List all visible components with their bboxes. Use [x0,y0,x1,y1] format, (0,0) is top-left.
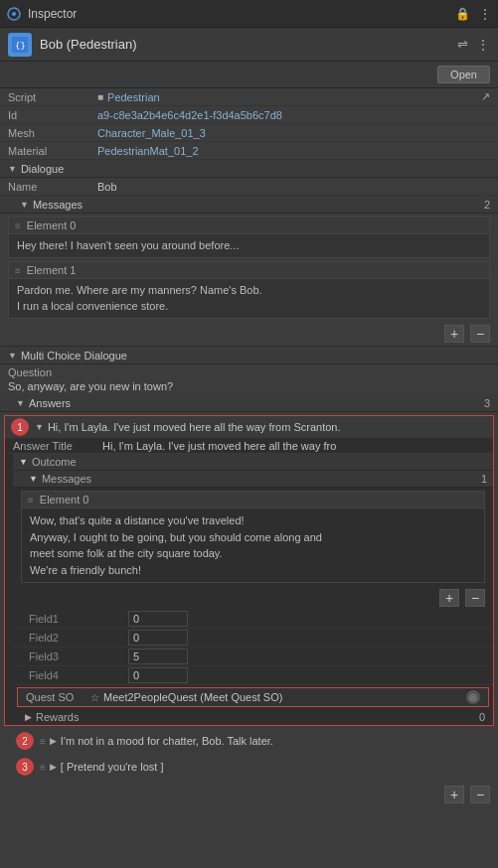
quest-star-icon: ☆ [90,692,99,703]
answer-1-num: 1 [11,418,29,436]
element-1-text: Pardon me. Where are my manners? Name's … [9,279,489,318]
material-row: Material PedestrianMat_01_2 [0,142,498,160]
answers-count: 3 [484,397,490,409]
outcome-element-0-text: Wow, that's quite a distance you've trav… [22,508,484,582]
outcome-field-1-input[interactable] [128,611,188,627]
dialogue-label: Dialogue [21,163,64,175]
answer-1-preview: Hi, I'm Layla. I've just moved here all … [48,421,487,433]
adjust-icon[interactable]: ⇌ [457,37,468,53]
add-answer-button[interactable]: + [444,786,464,803]
outcome-field-4-label: Field4 [29,669,128,681]
outcome-field-1-row: Field1 [13,610,493,629]
mesh-label: Mesh [8,127,97,139]
remove-outcome-message-button[interactable]: − [465,589,485,607]
lock-icon[interactable]: 🔒 [455,7,470,21]
rewards-count: 0 [479,711,485,723]
answer-3-triangle: ▶ [50,762,57,772]
element-1-label: Element 1 [27,264,77,276]
add-message-button[interactable]: + [444,325,464,343]
answer-3-num: 3 [16,758,34,776]
script-value: Pedestrian [107,91,481,103]
dialogue-name-value: Bob [97,181,490,193]
rewards-triangle: ▶ [25,712,32,722]
outcome-element-0: ≡ Element 0 Wow, that's quite a distance… [21,491,485,583]
quest-circle-icon[interactable]: ◎ [466,690,480,704]
outcome-field-4-input[interactable] [128,667,188,683]
quest-so-label: Quest SO [26,691,90,703]
id-label: Id [8,109,97,121]
message-element-0-header: ≡ Element 0 [9,217,489,234]
dialogue-name-row: Name Bob [0,178,498,196]
answer-3-lines-icon: ≡ [40,762,46,773]
question-text: So, anyway, are you new in town? [8,380,490,392]
svg-point-1 [12,12,16,16]
outcome-field-2-row: Field2 [13,629,493,648]
mesh-value: Character_Male_01_3 [97,127,490,139]
outcome-header[interactable]: ▼ Outcome [13,454,493,471]
answer-1-title-label: Answer Title [13,440,102,452]
remove-message-button[interactable]: − [470,325,490,343]
answers-array-controls: + − [0,783,498,806]
dialogue-section-header[interactable]: ▼ Dialogue [0,160,498,178]
outcome-field-3-row: Field3 [13,648,493,666]
answer-3-text: [ Pretend you're lost ] [61,761,164,773]
title-bar: Inspector 🔒 ⋮ [0,0,498,28]
outcome-lines-icon: ≡ [28,495,34,506]
dialogue-name-label: Name [8,181,97,193]
outcome-field-1-label: Field1 [29,613,128,625]
id-row: Id a9-c8e3a2b4e6c4d2e1-f3d4a5b6c7d8 [0,106,498,124]
multi-choice-triangle: ▼ [8,351,17,361]
answer-1-triangle: ▼ [35,422,44,432]
script-row: Script ■ Pedestrian ↗ [0,88,498,106]
id-value: a9-c8e3a2b4e6c4d2e1-f3d4a5b6c7d8 [97,109,490,121]
outcome-section: ▼ Outcome ▼ Messages 1 ≡ Element 0 Wow, … [13,454,493,725]
messages-triangle: ▼ [20,200,29,210]
answer-1-header[interactable]: 1 ▼ Hi, I'm Layla. I've just moved here … [5,416,493,438]
element-0-label: Element 0 [27,219,77,231]
outcome-field-2-input[interactable] [128,630,188,646]
object-header: {} Bob (Pedestrian) ⇌ ⋮ [0,28,498,62]
more-icon[interactable]: ⋮ [476,37,490,53]
open-button[interactable]: Open [437,66,490,83]
remove-answer-button[interactable]: − [470,786,490,803]
dialogue-triangle: ▼ [8,164,17,174]
outcome-label: Outcome [32,456,77,468]
lines-icon-1: ≡ [15,265,21,276]
outcome-element-0-header: ≡ Element 0 [22,492,484,508]
rewards-label: Rewards [36,711,479,723]
messages-count: 2 [484,199,490,211]
multi-choice-section-header[interactable]: ▼ Multi Choice Dialogue [0,347,498,364]
message-element-1: ≡ Element 1 Pardon me. Where are my mann… [8,261,490,319]
lines-icon-0: ≡ [15,220,21,231]
question-label: Question [8,366,490,378]
messages-section-header[interactable]: ▼ Messages 2 [0,196,498,214]
answer-2-text: I'm not in a mood for chatter, Bob. Talk… [61,735,273,747]
header-actions: ⇌ ⋮ [457,37,490,53]
script-file-icon: ■ [97,91,103,102]
message-element-0: ≡ Element 0 Hey there! I haven't seen yo… [8,217,490,258]
quest-so-row: Quest SO ☆ Meet2PeopleQuest (Meet Quest … [17,687,489,707]
outcome-messages-header[interactable]: ▼ Messages 1 [13,471,493,488]
answer-item-3: 3 ≡ ▶ [ Pretend you're lost ] [8,755,494,779]
object-name: Bob (Pedestrian) [40,37,457,52]
inspector-content: Script ■ Pedestrian ↗ Id a9-c8e3a2b4e6c4… [0,88,498,857]
element-0-text: Hey there! I haven't seen you around bef… [9,234,489,257]
menu-icon[interactable]: ⋮ [478,6,492,22]
outcome-field-2-label: Field2 [29,632,128,644]
multi-choice-label: Multi Choice Dialogue [21,350,127,362]
outcome-messages-triangle: ▼ [29,474,38,484]
outcome-field-3-input[interactable] [128,649,188,664]
answer-1-title-value: Hi, I'm Layla. I've just moved here all … [102,440,485,452]
outcome-element-0-label: Element 0 [40,494,89,506]
quest-so-text: Meet2PeopleQuest (Meet Quest SO) [103,691,282,703]
answers-section-header[interactable]: ▼ Answers 3 [0,394,498,412]
answer-2-lines-icon: ≡ [40,736,46,747]
message-element-1-header: ≡ Element 1 [9,262,489,279]
add-outcome-message-button[interactable]: + [439,589,459,607]
script-link-icon[interactable]: ↗ [481,90,490,103]
object-icon: {} [8,33,32,57]
quest-so-value: ☆ Meet2PeopleQuest (Meet Quest SO) ◎ [90,690,480,704]
script-label: Script [8,91,97,103]
outcome-field-3-label: Field3 [29,651,128,662]
outcome-triangle: ▼ [19,457,28,467]
